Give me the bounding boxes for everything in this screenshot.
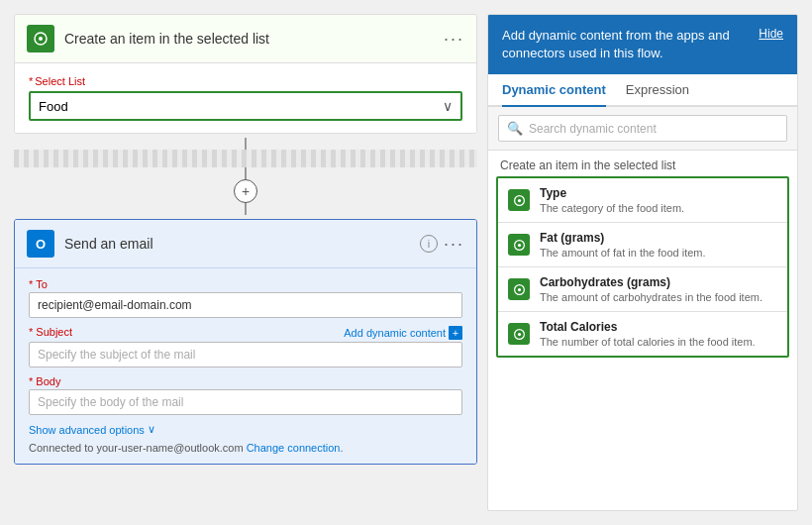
dynamic-tabs: Dynamic content Expression (488, 74, 797, 107)
item-desc-type: The category of the food item. (540, 202, 777, 214)
to-input[interactable]: recipient@email-domain.com (29, 292, 462, 318)
item-desc-calories: The number of total calories in the food… (540, 336, 777, 348)
body-field-row: * Body Specify the body of the mail (29, 375, 462, 415)
item-name-fat: Fat (grams) (540, 231, 777, 245)
body-label: * Body (29, 375, 462, 387)
dynamic-item-calories[interactable]: Total Calories The number of total calor… (498, 312, 787, 356)
tab-dynamic-content[interactable]: Dynamic content (502, 74, 606, 107)
item-content-type: Type The category of the food item. (540, 186, 777, 214)
email-card-title: Send an email (64, 236, 420, 252)
svg-point-5 (517, 244, 520, 247)
subject-input[interactable]: Specify the subject of the mail (29, 342, 462, 368)
item-icon-fat (508, 234, 530, 256)
subject-field-row: * Subject Add dynamic content + Specify … (29, 326, 462, 368)
dynamic-item-fat[interactable]: Fat (grams) The amount of fat in the foo… (498, 223, 787, 267)
chevron-down-icon: ∨ (148, 423, 155, 436)
connector-wrapper: + (14, 134, 477, 219)
change-connection-link[interactable]: Change connection. (247, 442, 344, 454)
left-panel: Create an item in the selected list ··· … (14, 14, 477, 511)
svg-point-3 (517, 199, 520, 202)
connector-line-bottom (245, 203, 247, 215)
show-advanced-options-button[interactable]: Show advanced options ∨ (29, 423, 462, 436)
to-field-row: * To recipient@email-domain.com (29, 278, 462, 318)
select-list-value: Food (39, 99, 68, 114)
svg-point-1 (39, 37, 43, 41)
right-panel: Add dynamic content from the apps and co… (487, 14, 798, 511)
select-list-label: *Select List (29, 75, 462, 87)
connector-line-mid (245, 167, 247, 179)
connected-info: Connected to your-user-name@outlook.com … (29, 442, 462, 454)
item-content-carbs: Carbohydrates (grams) The amount of carb… (540, 275, 777, 303)
create-item-menu[interactable]: ··· (444, 29, 464, 50)
dynamic-item-type[interactable]: Type The category of the food item. (498, 178, 787, 223)
dynamic-content-header: Add dynamic content from the apps and co… (488, 15, 797, 74)
outlook-icon: O (27, 230, 54, 258)
add-step-button[interactable]: + (234, 179, 257, 203)
sharepoint-icon (27, 25, 54, 52)
item-desc-carbs: The amount of carbohydrates in the food … (540, 291, 777, 303)
item-name-carbs: Carbohydrates (grams) (540, 275, 777, 289)
create-item-body: *Select List Food ∨ (15, 63, 476, 133)
send-email-card: O Send an email i ··· * To recipient@ema… (14, 219, 477, 465)
item-name-calories: Total Calories (540, 320, 777, 334)
search-icon: 🔍 (507, 121, 523, 136)
to-label: * To (29, 278, 462, 290)
create-item-card-header: Create an item in the selected list ··· (15, 15, 476, 63)
dynamic-header-text: Add dynamic content from the apps and co… (502, 27, 749, 62)
svg-point-7 (517, 288, 520, 291)
item-icon-carbs (508, 278, 530, 300)
subject-label: * Subject (29, 326, 72, 338)
connector-line-top (245, 138, 247, 150)
search-bar: 🔍 Search dynamic content (488, 107, 797, 151)
search-dynamic-content-input[interactable]: 🔍 Search dynamic content (498, 115, 787, 142)
divider-strip (14, 150, 477, 167)
email-card-menu[interactable]: ··· (444, 234, 464, 255)
dynamic-item-carbs[interactable]: Carbohydrates (grams) The amount of carb… (498, 267, 787, 312)
add-dynamic-content-button[interactable]: Add dynamic content + (344, 326, 462, 340)
item-name-type: Type (540, 186, 777, 200)
info-icon[interactable]: i (420, 235, 438, 253)
tab-expression[interactable]: Expression (626, 74, 689, 107)
svg-point-9 (517, 333, 520, 336)
create-item-card: Create an item in the selected list ··· … (14, 14, 477, 134)
email-card-body: * To recipient@email-domain.com * Subjec… (15, 268, 476, 464)
item-icon-calories (508, 323, 530, 345)
dynamic-section-title: Create an item in the selected list (488, 151, 797, 176)
item-desc-fat: The amount of fat in the food item. (540, 247, 777, 259)
dynamic-items-list: Type The category of the food item. Fat … (496, 176, 789, 358)
subject-row: * Subject Add dynamic content + (29, 326, 462, 340)
item-content-fat: Fat (grams) The amount of fat in the foo… (540, 231, 777, 259)
chevron-down-icon: ∨ (443, 98, 453, 114)
select-list-dropdown[interactable]: Food ∨ (29, 91, 462, 121)
hide-button[interactable]: Hide (759, 27, 783, 41)
body-input[interactable]: Specify the body of the mail (29, 389, 462, 415)
email-card-header: O Send an email i ··· (15, 220, 476, 268)
create-item-title: Create an item in the selected list (64, 31, 444, 47)
plus-icon: + (449, 326, 462, 340)
item-icon-type (508, 189, 530, 211)
search-placeholder-text: Search dynamic content (529, 122, 657, 136)
item-content-calories: Total Calories The number of total calor… (540, 320, 777, 348)
